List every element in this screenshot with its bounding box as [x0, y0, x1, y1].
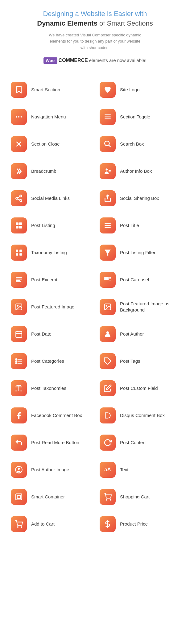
svg-point-14: [16, 197, 18, 200]
svg-point-59: [106, 500, 107, 500]
grid-item-shopping-cart[interactable]: Shopping Cart: [95, 483, 184, 510]
grid-item-section-toggle[interactable]: Section Toggle: [95, 103, 184, 130]
svg-line-17: [18, 196, 20, 198]
grid-item-facebook-comment-box[interactable]: Facebook Comment Box: [6, 402, 95, 429]
grid-item-text[interactable]: aA Text: [95, 456, 184, 483]
woo-suffix: elements are now available!: [88, 58, 147, 63]
breadcrumb-label: Breadcrumb: [31, 168, 56, 174]
section-close-label: Section Close: [31, 141, 60, 147]
svg-point-53: [16, 363, 17, 364]
svg-point-51: [16, 359, 17, 360]
svg-point-61: [18, 527, 18, 527]
grid-item-post-carousel[interactable]: Post Carousel: [95, 266, 184, 293]
site-logo-label: Site Logo: [120, 87, 139, 93]
grid-item-author-info-box[interactable]: Author Info Box: [95, 158, 184, 185]
grid-item-section-close[interactable]: Section Close: [6, 130, 95, 158]
breadcrumb-icon: [11, 163, 27, 179]
svg-rect-19: [16, 222, 19, 225]
grid-item-social-sharing-box[interactable]: Social Sharing Box: [95, 185, 184, 212]
author-info-box-label: Author Info Box: [120, 168, 152, 174]
smart-container-label: Smart Container: [31, 494, 65, 500]
post-date-icon: [11, 326, 27, 342]
svg-point-1: [18, 116, 19, 118]
grid-item-breadcrumb[interactable]: Breadcrumb: [6, 158, 95, 185]
post-author-label: Post Author: [120, 331, 144, 337]
grid-item-navigation-menu[interactable]: Navigation Menu: [6, 103, 95, 130]
grid-item-post-content[interactable]: Post Content: [95, 429, 184, 456]
svg-point-62: [21, 527, 22, 527]
facebook-comment-box-icon: [11, 407, 27, 423]
woo-badge: Woo: [43, 57, 57, 64]
grid-item-site-logo[interactable]: Site Logo: [95, 76, 184, 103]
grid-item-product-price[interactable]: Product Price: [95, 510, 184, 538]
smart-section-icon: [11, 82, 27, 98]
post-listing-filter-icon: [100, 245, 116, 261]
page-header: Designing a Website is Easier with Dynam…: [0, 0, 190, 76]
svg-point-0: [16, 116, 17, 118]
product-price-label: Product Price: [120, 521, 148, 527]
post-listing-label: Post Listing: [31, 222, 55, 229]
svg-point-42: [106, 305, 107, 306]
grid-item-post-featured-image-bg[interactable]: Post Featured Image as Background: [95, 293, 184, 320]
search-box-label: Search Box: [120, 141, 144, 147]
grid-item-post-featured-image[interactable]: Post Featured Image: [6, 293, 95, 320]
disqus-comment-box-label: Disqus Comment Box: [120, 412, 165, 419]
smart-container-icon: [11, 489, 27, 505]
search-box-icon: [100, 136, 116, 152]
section-close-icon: [11, 136, 27, 152]
shopping-cart-label: Shopping Cart: [120, 494, 150, 500]
svg-point-60: [110, 500, 111, 500]
svg-marker-30: [105, 250, 111, 256]
grid-item-post-author-image[interactable]: Post Author Image: [6, 456, 95, 483]
post-categories-icon: [11, 353, 27, 369]
grid-item-post-categories[interactable]: Post Categories: [6, 348, 95, 375]
svg-rect-21: [16, 226, 19, 229]
grid-item-post-custom-field[interactable]: Post Custom Field: [95, 375, 184, 402]
svg-rect-26: [16, 250, 18, 252]
svg-rect-28: [16, 253, 18, 256]
post-author-image-label: Post Author Image: [31, 467, 69, 473]
svg-rect-27: [19, 250, 22, 252]
grid-item-post-taxonomies[interactable]: Post Taxonomies: [6, 375, 95, 402]
grid-item-taxonomy-listing[interactable]: Taxonomy Listing: [6, 239, 95, 266]
grid-item-post-tags[interactable]: Post Tags: [95, 348, 184, 375]
post-carousel-icon: [100, 272, 116, 288]
grid-item-post-title[interactable]: Post Title: [95, 212, 184, 239]
grid-item-post-excerpt[interactable]: Post Excerpt: [6, 266, 95, 293]
smart-section-label: Smart Section: [31, 87, 60, 93]
social-sharing-box-label: Social Sharing Box: [120, 195, 159, 201]
post-taxonomies-label: Post Taxonomies: [31, 385, 66, 391]
post-taxonomies-icon: [11, 380, 27, 396]
taxonomy-listing-label: Taxonomy Listing: [31, 250, 67, 256]
post-content-label: Post Content: [120, 440, 147, 446]
grid-item-post-date[interactable]: Post Date: [6, 320, 95, 348]
shopping-cart-icon: [100, 489, 116, 505]
grid-item-social-media-links[interactable]: Social Media Links: [6, 185, 95, 212]
post-author-image-icon: [11, 462, 27, 478]
elements-grid: Smart Section Site Logo Navigation Menu …: [0, 76, 190, 547]
svg-point-8: [105, 141, 109, 146]
text-label: Text: [120, 467, 129, 473]
post-read-more-button-icon: [11, 435, 27, 451]
svg-point-47: [106, 331, 109, 334]
grid-item-post-listing-filter[interactable]: Post Listing Filter: [95, 239, 184, 266]
post-custom-field-label: Post Custom Field: [120, 385, 158, 391]
grid-item-add-to-cart[interactable]: Add to Cart: [6, 510, 95, 538]
facebook-comment-box-label: Facebook Comment Box: [31, 412, 82, 419]
post-tags-label: Post Tags: [120, 358, 140, 364]
social-media-links-icon: [11, 190, 27, 206]
svg-rect-43: [16, 331, 22, 337]
grid-item-post-listing[interactable]: Post Listing: [6, 212, 95, 239]
svg-rect-20: [19, 222, 22, 225]
grid-item-smart-section[interactable]: Smart Section: [6, 76, 95, 103]
post-excerpt-icon: [11, 272, 27, 288]
grid-item-smart-container[interactable]: Smart Container: [6, 483, 95, 510]
section-toggle-icon: [100, 109, 116, 125]
post-excerpt-label: Post Excerpt: [31, 277, 57, 283]
svg-line-16: [18, 199, 20, 200]
grid-item-search-box[interactable]: Search Box: [95, 130, 184, 158]
svg-point-52: [16, 361, 17, 361]
grid-item-post-author[interactable]: Post Author: [95, 320, 184, 348]
grid-item-post-read-more-button[interactable]: Post Read More Button: [6, 429, 95, 456]
grid-item-disqus-comment-box[interactable]: Disqus Comment Box: [95, 402, 184, 429]
